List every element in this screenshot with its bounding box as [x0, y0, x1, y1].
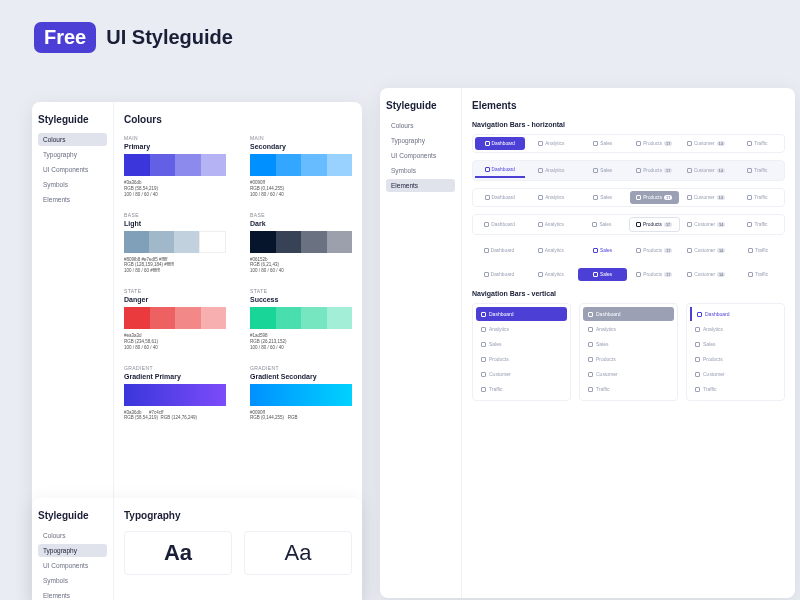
nav-item-products[interactable]: Products	[476, 352, 567, 366]
nav-item-analytics[interactable]: Analytics	[526, 244, 576, 257]
nav-item-sales[interactable]: Sales	[578, 268, 628, 281]
sidebar-item-colours[interactable]: Colours	[38, 133, 107, 146]
nav-item-analytics[interactable]: Analytics	[476, 322, 567, 336]
nav-bar-horizontal: DashboardAnalyticsSalesProducts17Custome…	[472, 242, 785, 259]
nav-item-analytics[interactable]: Analytics	[527, 191, 577, 204]
sidebar-item-elements[interactable]: Elements	[38, 193, 107, 206]
type-sample-a: Aa	[124, 531, 232, 575]
nav-item-customer[interactable]: Customer	[690, 367, 781, 381]
free-badge: Free	[34, 22, 96, 53]
nav-item-dashboard[interactable]: Dashboard	[476, 307, 567, 321]
grid-icon	[481, 327, 486, 332]
nav-item-sales[interactable]: Sales	[578, 137, 628, 150]
nav-item-sales[interactable]: Sales	[583, 337, 674, 351]
swatch-gradient-primary: GRADIENT Gradient Primary #3a36db #7c4cf…	[124, 365, 226, 422]
nav-item-products[interactable]: Products17	[629, 217, 680, 232]
nav-item-products[interactable]: Products	[690, 352, 781, 366]
grid-icon	[538, 272, 543, 277]
nav-item-dashboard[interactable]: Dashboard	[474, 268, 524, 281]
nav-item-sales[interactable]: Sales	[577, 217, 626, 232]
sidebar-item-uicomponents[interactable]: UI Components	[38, 163, 107, 176]
nav-bar-horizontal: DashboardAnalyticsSalesProducts17Custome…	[472, 134, 785, 153]
nav-item-products[interactable]: Products17	[630, 137, 680, 150]
grid-icon	[481, 372, 486, 377]
grid-icon	[687, 168, 692, 173]
count-badge: 14	[717, 248, 725, 253]
count-badge: 17	[664, 272, 672, 277]
grid-icon	[538, 222, 543, 227]
nav-bar-horizontal: DashboardAnalyticsSalesProducts17Custome…	[472, 160, 785, 181]
nav-item-traffic[interactable]: Traffic	[733, 163, 783, 178]
type-sample-b: Aa	[244, 531, 352, 575]
nav-item-traffic[interactable]: Traffic	[476, 382, 567, 396]
count-badge: 17	[664, 248, 672, 253]
grid-icon	[538, 141, 543, 146]
nav-item-products[interactable]: Products17	[630, 191, 680, 204]
nav-item-customer[interactable]: Customer14	[681, 163, 731, 178]
nav-item-sales[interactable]: Sales	[578, 163, 628, 178]
nav-item-customer[interactable]: Customer14	[682, 217, 731, 232]
grid-icon	[538, 195, 543, 200]
grid-icon	[695, 357, 700, 362]
nav-item-analytics[interactable]: Analytics	[583, 322, 674, 336]
nav-item-customer[interactable]: Customer14	[681, 268, 731, 281]
sidebar-item-symbols[interactable]: Symbols	[38, 178, 107, 191]
count-badge: 17	[664, 168, 672, 173]
nav-item-analytics[interactable]: Analytics	[526, 268, 576, 281]
nav-item-analytics[interactable]: Analytics	[527, 137, 577, 150]
nav-item-products[interactable]: Products	[583, 352, 674, 366]
nav-item-sales[interactable]: Sales	[476, 337, 567, 351]
nav-item-traffic[interactable]: Traffic	[690, 382, 781, 396]
nav-item-products[interactable]: Products17	[629, 268, 679, 281]
grid-icon	[687, 248, 692, 253]
colours-title: Colours	[124, 114, 352, 125]
nav-item-sales[interactable]: Sales	[578, 191, 628, 204]
nav-item-customer[interactable]: Customer14	[681, 137, 731, 150]
grid-icon	[481, 312, 486, 317]
count-badge: 14	[717, 195, 725, 200]
nav-item-customer[interactable]: Customer	[583, 367, 674, 381]
nav-item-analytics[interactable]: Analytics	[527, 163, 577, 178]
nav-item-traffic[interactable]: Traffic	[733, 191, 783, 204]
grid-icon	[485, 141, 490, 146]
grid-icon	[747, 141, 752, 146]
page-header: Free UI Styleguide	[0, 0, 800, 53]
nav-item-customer[interactable]: Customer14	[681, 244, 731, 257]
nav-item-analytics[interactable]: Analytics	[526, 217, 575, 232]
grid-icon	[636, 141, 641, 146]
page-title: UI Styleguide	[106, 26, 233, 49]
nav-item-traffic[interactable]: Traffic	[583, 382, 674, 396]
nav-item-customer[interactable]: Customer14	[681, 191, 731, 204]
swatch-danger: STATE Danger #ea3a3dRGB (234,58,61)100 /…	[124, 288, 226, 351]
nav-item-dashboard[interactable]: Dashboard	[475, 163, 525, 178]
nav-item-dashboard[interactable]: Dashboard	[690, 307, 781, 321]
nav-item-traffic[interactable]: Traffic	[733, 268, 783, 281]
nav-item-traffic[interactable]: Traffic	[733, 244, 783, 257]
nav-item-dashboard[interactable]: Dashboard	[475, 137, 525, 150]
nav-item-customer[interactable]: Customer	[476, 367, 567, 381]
sidebar-item-typography[interactable]: Typography	[38, 148, 107, 161]
nav-item-products[interactable]: Products17	[630, 163, 680, 178]
sidebar-title: Styleguide	[38, 114, 107, 125]
nav-item-dashboard[interactable]: Dashboard	[474, 244, 524, 257]
nav-item-products[interactable]: Products17	[629, 244, 679, 257]
nav-item-analytics[interactable]: Analytics	[690, 322, 781, 336]
nav-item-sales[interactable]: Sales	[578, 244, 628, 257]
nav-item-dashboard[interactable]: Dashboard	[475, 191, 525, 204]
nav-item-sales[interactable]: Sales	[690, 337, 781, 351]
nav-item-traffic[interactable]: Traffic	[733, 137, 783, 150]
count-badge: 17	[664, 222, 672, 227]
count-badge: 14	[717, 141, 725, 146]
grid-icon	[695, 327, 700, 332]
nav-item-traffic[interactable]: Traffic	[733, 217, 782, 232]
count-badge: 17	[664, 141, 672, 146]
swatch-light: BASE Light #809fb8 #e7edf5 #fffffRGB (12…	[124, 212, 226, 275]
grid-icon	[636, 195, 641, 200]
nav-item-dashboard[interactable]: Dashboard	[475, 217, 524, 232]
grid-icon	[747, 195, 752, 200]
grid-icon	[485, 195, 490, 200]
typography-title: Typography	[124, 510, 352, 521]
grid-icon	[636, 222, 641, 227]
swatch-primary: MAIN Primary #3a36dbRGB (58,54,219)100 /…	[124, 135, 226, 198]
nav-item-dashboard[interactable]: Dashboard	[583, 307, 674, 321]
